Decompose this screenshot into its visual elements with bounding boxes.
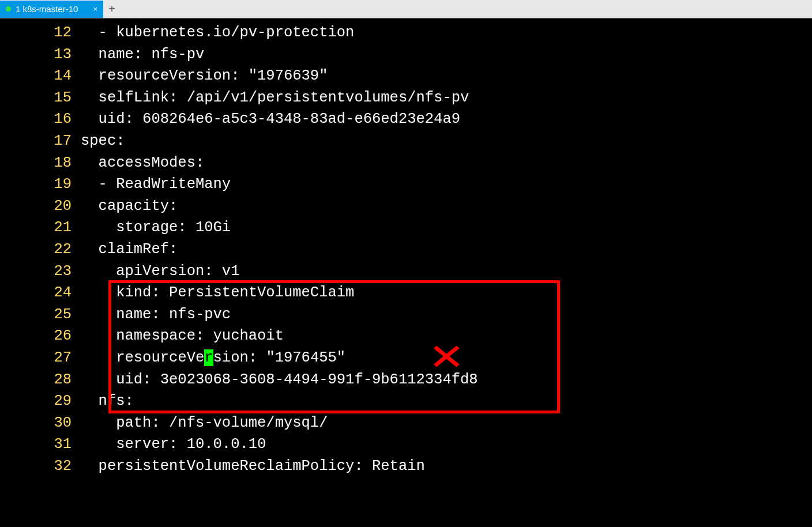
- line-content: uid: 608264e6-a5c3-4348-83ad-e66ed23e24a…: [81, 108, 460, 130]
- line-content: capacity:: [81, 195, 178, 217]
- line-content: nfs:: [81, 390, 134, 412]
- line-number: 29: [0, 390, 81, 412]
- line-number: 19: [0, 174, 81, 195]
- plus-icon: +: [108, 2, 115, 16]
- code-line: 18 accessModes:: [0, 152, 812, 174]
- line-content: storage: 10Gi: [81, 217, 231, 239]
- code-line: 19 - ReadWriteMany: [0, 174, 812, 195]
- line-number: 12: [0, 22, 81, 44]
- terminal-area[interactable]: 12 - kubernetes.io/pv-protection13 name:…: [0, 18, 812, 477]
- tab-bar: 1 k8s-master-10 × +: [0, 0, 812, 18]
- code-line: 32 persistentVolumeReclaimPolicy: Retain: [0, 456, 812, 477]
- code-line: 21 storage: 10Gi: [0, 217, 812, 239]
- code-line: 24 kind: PersistentVolumeClaim: [0, 282, 812, 304]
- line-content: apiVersion: v1: [81, 261, 239, 283]
- line-number: 30: [0, 412, 81, 434]
- new-tab-button[interactable]: +: [103, 1, 121, 18]
- line-content: path: /nfs-volume/mysql/: [81, 412, 328, 434]
- line-number: 25: [0, 304, 81, 326]
- line-number: 18: [0, 152, 81, 174]
- line-content: persistentVolumeReclaimPolicy: Retain: [81, 456, 425, 477]
- line-number: 14: [0, 65, 81, 87]
- line-number: 27: [0, 347, 81, 369]
- line-content: server: 10.0.0.10: [81, 434, 266, 456]
- line-content: spec:: [81, 130, 125, 152]
- line-number: 15: [0, 87, 81, 109]
- line-content: name: nfs-pv: [81, 44, 204, 66]
- line-content: resourceVersion: "1976455": [81, 347, 345, 369]
- line-number: 26: [0, 325, 81, 347]
- code-line: 30 path: /nfs-volume/mysql/: [0, 412, 812, 434]
- line-number: 21: [0, 217, 81, 239]
- line-content: resourceVersion: "1976639": [81, 65, 328, 87]
- code-line: 12 - kubernetes.io/pv-protection: [0, 22, 812, 44]
- tab-label: 1 k8s-master-10: [16, 4, 78, 14]
- code-line: 26 namespace: yuchaoit: [0, 325, 812, 347]
- code-line: 14 resourceVersion: "1976639": [0, 65, 812, 87]
- code-line: 17spec:: [0, 130, 812, 152]
- code-line: 28 uid: 3e023068-3608-4494-991f-9b611233…: [0, 369, 812, 391]
- line-number: 13: [0, 44, 81, 66]
- line-number: 24: [0, 282, 81, 304]
- line-number: 28: [0, 369, 81, 391]
- line-content: claimRef:: [81, 239, 178, 261]
- code-line: 23 apiVersion: v1: [0, 261, 812, 283]
- code-line: 29 nfs:: [0, 390, 812, 412]
- status-indicator-icon: [6, 6, 11, 12]
- code-line: 25 name: nfs-pvc: [0, 304, 812, 326]
- code-line: 15 selfLink: /api/v1/persistentvolumes/n…: [0, 87, 812, 109]
- tab-active[interactable]: 1 k8s-master-10 ×: [0, 1, 103, 18]
- line-number: 32: [0, 456, 81, 477]
- line-number: 31: [0, 434, 81, 456]
- close-icon[interactable]: ×: [93, 5, 97, 13]
- line-content: kind: PersistentVolumeClaim: [81, 282, 354, 304]
- cursor: r: [204, 349, 213, 366]
- code-line: 16 uid: 608264e6-a5c3-4348-83ad-e66ed23e…: [0, 108, 812, 130]
- line-content: - kubernetes.io/pv-protection: [81, 22, 354, 44]
- code-line: 27 resourceVersion: "1976455": [0, 347, 812, 369]
- line-content: - ReadWriteMany: [81, 174, 231, 195]
- line-number: 23: [0, 261, 81, 283]
- code-line: 20 capacity:: [0, 195, 812, 217]
- line-content: namespace: yuchaoit: [81, 325, 284, 347]
- line-content: name: nfs-pvc: [81, 304, 231, 326]
- code-line: 13 name: nfs-pv: [0, 44, 812, 66]
- line-content: uid: 3e023068-3608-4494-991f-9b6112334fd…: [81, 369, 478, 391]
- code-line: 22 claimRef:: [0, 239, 812, 261]
- line-content: accessModes:: [81, 152, 204, 174]
- line-content: selfLink: /api/v1/persistentvolumes/nfs-…: [81, 87, 469, 109]
- line-number: 17: [0, 130, 81, 152]
- code-line: 31 server: 10.0.0.10: [0, 434, 812, 456]
- line-number: 16: [0, 108, 81, 130]
- line-number: 20: [0, 195, 81, 217]
- line-number: 22: [0, 239, 81, 261]
